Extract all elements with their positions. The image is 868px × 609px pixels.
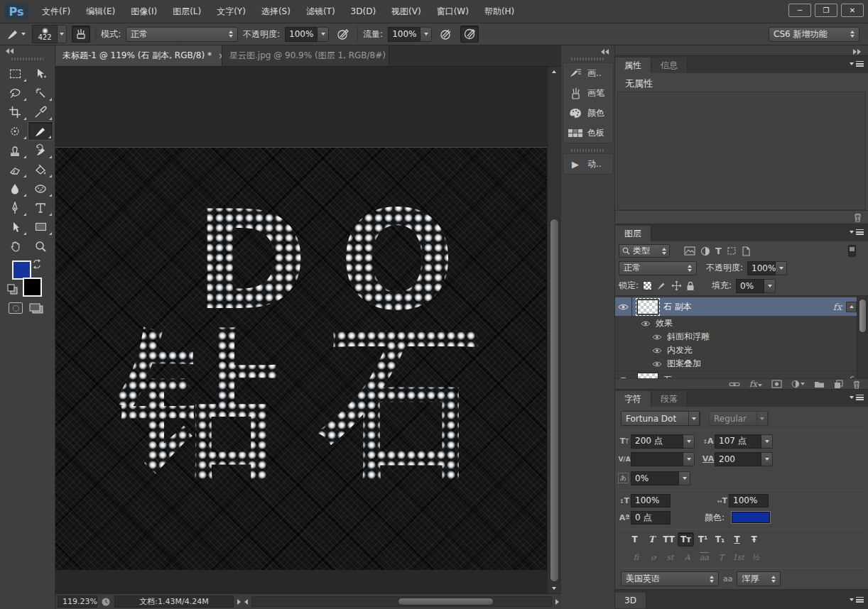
filter-toggle[interactable] <box>848 245 856 257</box>
font-style-select[interactable]: Regular <box>709 411 769 426</box>
pressure-size-button[interactable] <box>460 26 479 43</box>
collapse-dock-icon[interactable] <box>853 49 861 55</box>
tool-move[interactable] <box>28 64 53 83</box>
airbrush-button[interactable] <box>437 26 455 43</box>
collapse-tools-icon[interactable] <box>6 48 13 54</box>
tool-history-brush[interactable] <box>28 141 53 160</box>
lock-position-icon[interactable] <box>671 280 682 291</box>
tab-properties[interactable]: 属性 <box>615 57 651 73</box>
new-group-icon[interactable] <box>814 380 825 388</box>
expand-dock-icon[interactable] <box>601 49 609 55</box>
visibility-eye-icon[interactable] <box>618 303 629 311</box>
panel-menu-icon[interactable] <box>850 597 864 603</box>
anti-alias-select[interactable]: 浑厚 <box>737 571 781 586</box>
layer-thumbnail[interactable] <box>637 300 658 314</box>
tool-clone-stamp[interactable] <box>2 141 28 160</box>
tool-rectangular-marquee[interactable] <box>2 64 28 83</box>
font-size-select[interactable]: 200 点 <box>631 434 695 449</box>
menu-edit[interactable]: 编辑(E) <box>78 0 123 23</box>
panel-button-actions[interactable]: ▶ 动.. <box>563 154 613 174</box>
close-button[interactable]: ✕ <box>841 4 864 17</box>
layer-opacity-select[interactable]: 100% <box>747 261 787 275</box>
tab-character[interactable]: 字符 <box>615 391 651 407</box>
language-select[interactable]: 美国英语 <box>621 571 719 586</box>
tool-magic-wand[interactable] <box>28 83 53 102</box>
tool-eraser[interactable] <box>2 160 28 179</box>
trash-icon[interactable] <box>853 212 862 222</box>
layers-scrollbar[interactable] <box>857 296 868 379</box>
panel-button-color[interactable]: 颜色 <box>563 103 613 123</box>
vertical-scale-value[interactable]: 100% <box>631 494 671 508</box>
visibility-eye-icon[interactable] <box>652 334 662 341</box>
effect-row-bevel[interactable]: 斜面和浮雕 <box>615 330 857 344</box>
tool-hand[interactable] <box>2 236 28 256</box>
ot-ordinals-button[interactable]: 1st <box>730 551 747 564</box>
canvas-viewport[interactable]: DO 钻石 <box>55 67 547 593</box>
layer-fill-select[interactable]: 0% <box>736 279 776 293</box>
pressure-opacity-button[interactable] <box>334 26 352 43</box>
delete-layer-icon[interactable] <box>852 380 861 389</box>
filter-shape-layers-icon[interactable] <box>727 246 737 256</box>
tool-lasso[interactable] <box>2 83 28 102</box>
layer-filter-select[interactable]: 类型 <box>619 244 670 258</box>
layer-blend-mode-select[interactable]: 正常 <box>619 261 697 275</box>
document-size-field[interactable]: 文档:1.43M/4.24M <box>114 596 234 608</box>
menu-3d[interactable]: 3D(D) <box>343 0 384 23</box>
visibility-eye-icon[interactable] <box>652 347 662 354</box>
ot-ligatures-button[interactable]: fi <box>628 551 644 564</box>
tool-paint-bucket[interactable] <box>28 160 53 179</box>
tool-sponge[interactable] <box>28 179 53 198</box>
tab-info[interactable]: 信息 <box>651 57 688 73</box>
tool-spot-healing-brush[interactable] <box>2 121 28 141</box>
layer-row-selected[interactable]: 石 副本 fx <box>615 297 857 316</box>
underline-button[interactable]: T <box>729 532 745 547</box>
filter-smart-objects-icon[interactable] <box>742 246 751 256</box>
canvas-image[interactable]: DO 钻石 <box>55 147 547 570</box>
tool-eyedropper[interactable] <box>28 102 53 121</box>
all-caps-button[interactable]: TT <box>661 532 677 547</box>
default-colors-icon[interactable] <box>7 284 18 295</box>
toggle-brush-panel-button[interactable] <box>72 26 90 43</box>
document-tab-active[interactable]: 未标题-1 @ 119% (石 副本, RGB/8) * × <box>55 45 222 66</box>
tab-layers[interactable]: 图层 <box>615 226 651 241</box>
screen-mode-button[interactable] <box>28 302 44 314</box>
panel-button-brush-presets[interactable]: 画.. <box>563 63 613 83</box>
filter-adjustment-layers-icon[interactable] <box>700 246 710 256</box>
ot-fractions-button[interactable]: ½ <box>747 551 764 564</box>
new-adjustment-layer-icon[interactable] <box>791 380 800 388</box>
tool-path-selection[interactable] <box>2 217 28 236</box>
scroll-left-icon[interactable] <box>244 599 248 605</box>
filter-pixel-layers-icon[interactable] <box>684 246 695 256</box>
scroll-right-icon[interactable] <box>555 599 559 605</box>
tracking-select[interactable]: 200 <box>715 452 773 466</box>
panel-grip[interactable] <box>571 149 604 152</box>
swap-colors-icon[interactable] <box>31 258 43 270</box>
menu-type[interactable]: 文字(Y) <box>209 0 254 23</box>
tool-preset-picker[interactable] <box>4 26 27 42</box>
fx-badge[interactable]: fx <box>833 302 842 312</box>
lock-all-icon[interactable] <box>686 281 695 291</box>
menu-filter[interactable]: 滤镜(T) <box>298 0 343 23</box>
visibility-eye-icon[interactable] <box>641 320 651 327</box>
menu-image[interactable]: 图像(I) <box>123 0 165 23</box>
lock-paint-icon[interactable] <box>656 280 667 291</box>
brush-preset-picker[interactable]: 422 <box>32 25 67 43</box>
effects-group-row[interactable]: 效果 <box>615 317 857 330</box>
tool-crop[interactable] <box>2 102 28 121</box>
scroll-down-icon[interactable] <box>552 587 556 590</box>
link-layers-icon[interactable] <box>729 381 740 388</box>
new-layer-icon[interactable] <box>834 380 843 389</box>
status-menu-icon[interactable] <box>237 599 241 605</box>
menu-view[interactable]: 视图(V) <box>384 0 429 23</box>
tsume-select[interactable]: 0% <box>631 471 690 485</box>
foreground-color-swatch[interactable] <box>12 260 31 280</box>
zoom-level-field[interactable]: 119.23% <box>58 596 97 608</box>
blend-mode-select[interactable]: 正常 <box>126 27 238 42</box>
menu-layer[interactable]: 图层(L) <box>165 0 209 23</box>
ot-contextual-button[interactable]: ơ <box>645 551 661 564</box>
tool-shape-rectangle[interactable] <box>28 217 53 236</box>
vertical-scrollbar-thumb[interactable] <box>550 219 559 582</box>
panel-menu-icon[interactable] <box>850 61 864 67</box>
ot-swash-button[interactable]: A <box>679 551 695 564</box>
horizontal-scrollbar[interactable] <box>251 596 552 607</box>
